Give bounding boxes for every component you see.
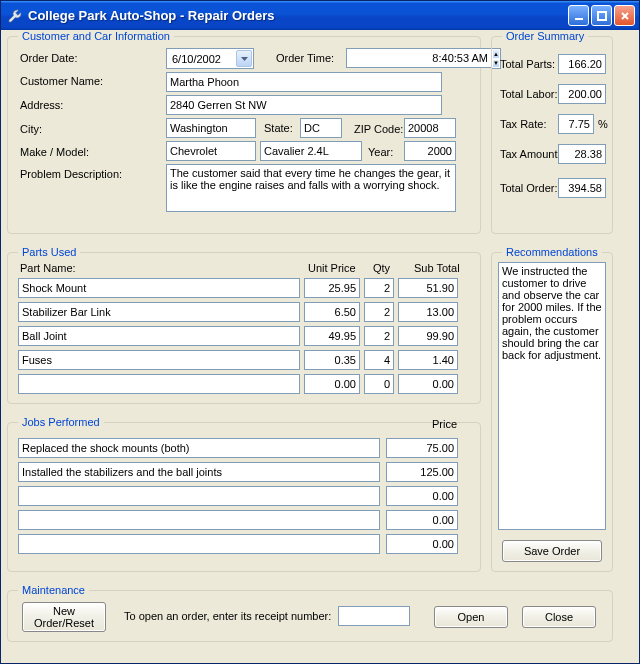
order-date-label: Order Date: [20,52,77,64]
part-name-3[interactable] [18,350,300,370]
tax-rate-label: Tax Rate: [500,118,546,130]
job-desc-4[interactable] [18,534,380,554]
total-parts-label: Total Parts: [500,58,555,70]
job-desc-1[interactable] [18,462,380,482]
order-time-spinner[interactable]: ▲ ▼ [346,48,442,69]
jobs-groupbox: Jobs Performed Price [7,416,481,572]
job-price-1[interactable] [386,462,458,482]
problem-label: Problem Description: [20,168,122,180]
recommendations-groupbox: Recommendations We instructed the custom… [491,246,613,572]
total-labor-label: Total Labor: [500,88,557,100]
save-order-button[interactable]: Save Order [502,540,602,562]
zip-field[interactable] [404,118,456,138]
state-label: State: [264,122,293,134]
jobs-header-price: Price [432,418,457,430]
state-field[interactable] [300,118,342,138]
job-price-0[interactable] [386,438,458,458]
window-controls [568,5,635,26]
summary-legend: Order Summary [502,30,588,42]
problem-textarea[interactable]: The customer said that every time he cha… [166,164,456,212]
model-field[interactable] [260,141,362,161]
part-sub-1[interactable] [398,302,458,322]
tax-amount-field[interactable] [558,144,606,164]
chevron-down-icon[interactable] [236,50,252,67]
app-window: College Park Auto-Shop - Repair Orders C… [0,0,640,664]
address-label: Address: [20,99,63,111]
job-price-3[interactable] [386,510,458,530]
part-price-1[interactable] [304,302,360,322]
total-labor-field[interactable] [558,84,606,104]
zip-label: ZIP Code: [354,123,403,135]
open-button[interactable]: Open [434,606,508,628]
total-order-label: Total Order: [500,182,557,194]
client-area: Customer and Car Information Order Date:… [1,30,639,663]
tax-percent-label: % [598,118,608,130]
part-sub-3[interactable] [398,350,458,370]
order-date-value: 6/10/2002 [167,53,235,65]
svg-rect-1 [598,12,606,20]
customer-groupbox: Customer and Car Information Order Date:… [7,30,481,234]
part-price-3[interactable] [304,350,360,370]
part-qty-2[interactable] [364,326,394,346]
parts-groupbox: Parts Used Part Name: Unit Price Qty Sub… [7,246,481,404]
maintenance-legend: Maintenance [18,584,89,596]
maintenance-groupbox: Maintenance New Order/Reset To open an o… [7,584,613,642]
part-price-2[interactable] [304,326,360,346]
total-order-field[interactable] [558,178,606,198]
job-desc-3[interactable] [18,510,380,530]
job-price-2[interactable] [386,486,458,506]
summary-groupbox: Order Summary Total Parts: Total Labor: … [491,30,613,234]
receipt-number-field[interactable] [338,606,410,626]
parts-legend: Parts Used [18,246,80,258]
title-bar[interactable]: College Park Auto-Shop - Repair Orders [1,1,639,30]
recommendations-legend: Recommendations [502,246,602,258]
city-label: City: [20,123,42,135]
part-name-2[interactable] [18,326,300,346]
order-date-dropdown[interactable]: 6/10/2002 [166,48,254,69]
part-price-0[interactable] [304,278,360,298]
year-label: Year: [368,146,393,158]
jobs-legend: Jobs Performed [18,416,104,428]
maximize-button[interactable] [591,5,612,26]
close-button[interactable] [614,5,635,26]
window-title: College Park Auto-Shop - Repair Orders [28,8,568,23]
address-field[interactable] [166,95,442,115]
customer-legend: Customer and Car Information [18,30,174,42]
minimize-button[interactable] [568,5,589,26]
svg-rect-0 [575,18,583,20]
parts-header-name: Part Name: [20,262,76,274]
parts-header-price: Unit Price [308,262,356,274]
part-qty-4[interactable] [364,374,394,394]
part-name-4[interactable] [18,374,300,394]
total-parts-field[interactable] [558,54,606,74]
part-price-4[interactable] [304,374,360,394]
customer-name-label: Customer Name: [20,75,103,87]
part-sub-4[interactable] [398,374,458,394]
part-name-0[interactable] [18,278,300,298]
part-qty-1[interactable] [364,302,394,322]
parts-header-sub: Sub Total [414,262,460,274]
part-sub-0[interactable] [398,278,458,298]
wrench-icon [7,8,23,24]
job-price-4[interactable] [386,534,458,554]
order-time-field[interactable] [346,48,492,68]
tax-amount-label: Tax Amount: [500,148,561,160]
make-field[interactable] [166,141,256,161]
job-desc-0[interactable] [18,438,380,458]
parts-header-qty: Qty [373,262,390,274]
close-order-button[interactable]: Close [522,606,596,628]
tax-rate-field[interactable] [558,114,594,134]
job-desc-2[interactable] [18,486,380,506]
city-field[interactable] [166,118,256,138]
recommendations-textarea[interactable]: We instructed the customer to drive and … [498,262,606,530]
part-qty-0[interactable] [364,278,394,298]
make-model-label: Make / Model: [20,146,89,158]
order-time-label: Order Time: [276,52,334,64]
new-order-button[interactable]: New Order/Reset [22,602,106,632]
part-name-1[interactable] [18,302,300,322]
open-hint-label: To open an order, enter its receipt numb… [124,610,331,622]
year-field[interactable] [404,141,456,161]
part-qty-3[interactable] [364,350,394,370]
customer-name-field[interactable] [166,72,442,92]
part-sub-2[interactable] [398,326,458,346]
